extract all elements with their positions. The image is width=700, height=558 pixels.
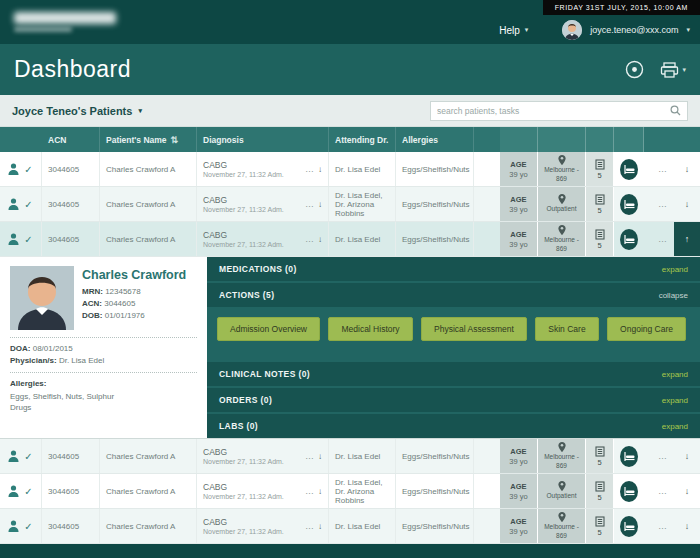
user-avatar[interactable] bbox=[562, 20, 582, 40]
row-more-icon[interactable]: … bbox=[658, 234, 668, 244]
collapse-link[interactable]: collapse bbox=[659, 291, 688, 300]
table-row[interactable]: ✓ 3044605 Charles Crawford A CABG Novemb… bbox=[0, 509, 700, 544]
section-title: ACTIONS (5) bbox=[219, 290, 274, 300]
print-menu-icon[interactable]: ▾ bbox=[660, 62, 686, 78]
table-row[interactable]: ✓ 3044605 Charles Crawford A CABG Novemb… bbox=[0, 474, 700, 509]
col-attending[interactable]: Attending Dr. bbox=[329, 127, 396, 152]
diagnosis-more-icon[interactable]: … bbox=[305, 164, 315, 174]
physician-field: Physician/s: Dr. Lisa Edel bbox=[10, 356, 197, 365]
row-actions-cell[interactable]: … ↓ bbox=[644, 187, 700, 221]
status-cell[interactable] bbox=[614, 222, 644, 256]
section-medications[interactable]: MEDICATIONS (0) expand bbox=[207, 257, 700, 281]
tasks-cell[interactable]: 5 bbox=[586, 152, 614, 186]
row-select-cell[interactable]: ✓ bbox=[0, 474, 42, 508]
tasks-cell[interactable]: 5 bbox=[586, 187, 614, 221]
tasks-cell[interactable]: 5 bbox=[586, 222, 614, 256]
section-clinical-notes[interactable]: CLINICAL NOTES (0) expand bbox=[207, 362, 700, 386]
bed-status-icon[interactable] bbox=[620, 159, 638, 180]
col-acn[interactable]: ACN bbox=[42, 127, 100, 152]
bed-status-icon[interactable] bbox=[620, 194, 638, 215]
col-diagnosis[interactable]: Diagnosis bbox=[197, 127, 329, 152]
patient-name-cell[interactable]: Charles Crawford A bbox=[100, 222, 197, 256]
status-cell[interactable] bbox=[614, 509, 644, 543]
table-row[interactable]: ✓ 3044605 Charles Crawford A CABG Novemb… bbox=[0, 152, 700, 187]
section-labs[interactable]: LABS (0) expand bbox=[207, 414, 700, 438]
diagnosis-more-icon[interactable]: … bbox=[305, 486, 315, 496]
row-select-cell[interactable]: ✓ bbox=[0, 222, 42, 256]
record-target-icon[interactable] bbox=[625, 60, 644, 79]
diagnosis-expand-icon[interactable]: ↓ bbox=[318, 452, 322, 461]
patient-name-cell[interactable]: Charles Crawford A bbox=[100, 187, 197, 221]
col-patient-name[interactable]: Patient's Name ⇅ bbox=[100, 127, 197, 152]
patients-filter-dropdown[interactable]: Joyce Teneo's Patients ▾ bbox=[12, 105, 142, 117]
bed-status-icon[interactable] bbox=[620, 481, 638, 502]
expand-row-button[interactable]: ↓ bbox=[674, 474, 700, 508]
expand-link[interactable]: expand bbox=[662, 370, 688, 379]
search-input[interactable] bbox=[437, 106, 670, 116]
row-actions-cell[interactable]: … ↑ bbox=[644, 222, 700, 256]
row-more-icon[interactable]: … bbox=[658, 486, 668, 496]
status-cell[interactable] bbox=[614, 187, 644, 221]
help-menu[interactable]: Help ▾ bbox=[499, 25, 528, 36]
col-allergies[interactable]: Allergies bbox=[396, 127, 474, 152]
diagnosis-more-icon[interactable]: … bbox=[305, 451, 315, 461]
tasks-cell[interactable]: 5 bbox=[586, 474, 614, 508]
action-skin-care[interactable]: Skin Care bbox=[535, 317, 598, 341]
bed-status-icon[interactable] bbox=[620, 516, 638, 537]
diagnosis-expand-icon[interactable]: ↓ bbox=[318, 522, 322, 531]
expand-link[interactable]: expand bbox=[662, 265, 688, 274]
action-admission-overview[interactable]: Admission Overview bbox=[217, 317, 320, 341]
expand-row-button[interactable]: ↑ bbox=[674, 222, 700, 256]
row-more-icon[interactable]: … bbox=[658, 451, 668, 461]
row-more-icon[interactable]: … bbox=[658, 521, 668, 531]
row-select-cell[interactable]: ✓ bbox=[0, 509, 42, 543]
expand-link[interactable]: expand bbox=[662, 396, 688, 405]
diagnosis-expand-icon[interactable]: ↓ bbox=[318, 200, 322, 209]
row-actions-cell[interactable]: … ↓ bbox=[644, 439, 700, 473]
user-email[interactable]: joyce.teneo@xxx.com bbox=[590, 25, 678, 35]
expand-link[interactable]: expand bbox=[662, 422, 688, 431]
row-select-cell[interactable]: ✓ bbox=[0, 439, 42, 473]
section-actions[interactable]: ACTIONS (5) collapse bbox=[207, 283, 700, 307]
row-select-cell[interactable]: ✓ bbox=[0, 187, 42, 221]
diagnosis-more-icon[interactable]: … bbox=[305, 199, 315, 209]
diagnosis-expand-icon[interactable]: ↓ bbox=[318, 165, 322, 174]
status-cell[interactable] bbox=[614, 152, 644, 186]
search-box[interactable] bbox=[430, 101, 688, 121]
status-cell[interactable] bbox=[614, 439, 644, 473]
user-menu-chevron-icon[interactable]: ▾ bbox=[686, 26, 690, 34]
status-cell[interactable] bbox=[614, 474, 644, 508]
bed-status-icon[interactable] bbox=[620, 446, 638, 467]
table-row[interactable]: ✓ 3044605 Charles Crawford A CABG Novemb… bbox=[0, 187, 700, 222]
action-medical-history[interactable]: Medical History bbox=[328, 317, 412, 341]
action-physical-assessment[interactable]: Physical Assessment bbox=[421, 317, 527, 341]
row-select-cell[interactable]: ✓ bbox=[0, 152, 42, 186]
expand-row-button[interactable]: ↓ bbox=[674, 187, 700, 221]
diagnosis-expand-icon[interactable]: ↓ bbox=[318, 487, 322, 496]
sort-icon[interactable]: ⇅ bbox=[171, 135, 179, 145]
patient-name-cell[interactable]: Charles Crawford A bbox=[100, 439, 197, 473]
patient-name-cell[interactable]: Charles Crawford A bbox=[100, 152, 197, 186]
expand-row-button[interactable]: ↓ bbox=[674, 439, 700, 473]
expand-row-button[interactable]: ↓ bbox=[674, 509, 700, 543]
tasks-cell[interactable]: 5 bbox=[586, 509, 614, 543]
expand-row-button[interactable]: ↓ bbox=[674, 152, 700, 186]
section-orders[interactable]: ORDERS (0) expand bbox=[207, 388, 700, 412]
row-actions-cell[interactable]: … ↓ bbox=[644, 152, 700, 186]
table-row[interactable]: ✓ 3044605 Charles Crawford A CABG Novemb… bbox=[0, 439, 700, 474]
diagnosis-expand-icon[interactable]: ↓ bbox=[318, 235, 322, 244]
tasks-cell[interactable]: 5 bbox=[586, 439, 614, 473]
search-icon[interactable] bbox=[670, 105, 681, 116]
patient-name-cell[interactable]: Charles Crawford A bbox=[100, 509, 197, 543]
row-more-icon[interactable]: … bbox=[658, 199, 668, 209]
table-row[interactable]: ✓ 3044605 Charles Crawford A CABG Novemb… bbox=[0, 222, 700, 257]
diagnosis-more-icon[interactable]: … bbox=[305, 234, 315, 244]
row-actions-cell[interactable]: … ↓ bbox=[644, 474, 700, 508]
diagnosis-more-icon[interactable]: … bbox=[305, 521, 315, 531]
patient-name-cell[interactable]: Charles Crawford A bbox=[100, 474, 197, 508]
row-more-icon[interactable]: … bbox=[658, 164, 668, 174]
col-diagnosis-label: Diagnosis bbox=[203, 135, 244, 145]
bed-status-icon[interactable] bbox=[620, 229, 638, 250]
action-ongoing-care[interactable]: Ongoing Care bbox=[607, 317, 686, 341]
row-actions-cell[interactable]: … ↓ bbox=[644, 509, 700, 543]
